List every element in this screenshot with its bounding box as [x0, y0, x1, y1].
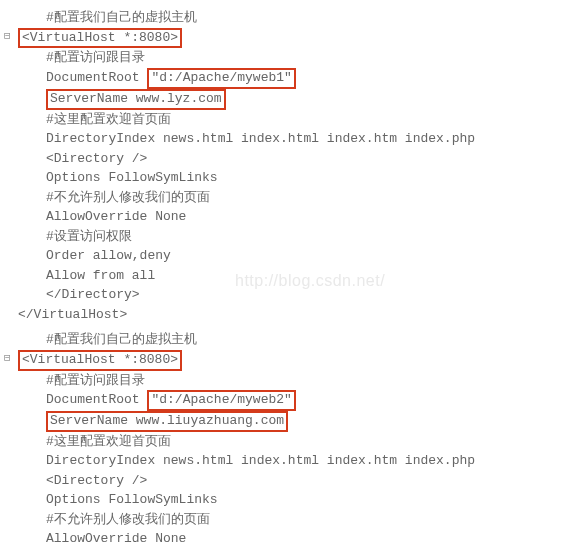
code-line: DocumentRoot "d:/Apache/myweb1": [4, 68, 560, 89]
code-line: DocumentRoot "d:/Apache/myweb2": [4, 390, 560, 411]
code-line: ServerName www.liuyazhuang.com: [4, 411, 560, 432]
code-text: ServerName www.lyz.com: [18, 89, 560, 110]
code-text: Options FollowSymLinks: [18, 168, 560, 188]
code-block-container: #配置我们自己的虚拟主机⊟<VirtualHost *:8080>#配置访问跟目…: [4, 8, 560, 546]
code-line: #这里配置欢迎首页面: [4, 432, 560, 452]
code-text: #不允许别人修改我们的页面: [18, 510, 560, 530]
code-text: Options FollowSymLinks: [18, 490, 560, 510]
code-line: Options FollowSymLinks: [4, 168, 560, 188]
code-line: #不允许别人修改我们的页面: [4, 510, 560, 530]
code-text: <VirtualHost *:8080>: [18, 28, 560, 49]
code-text-prefix: DocumentRoot: [46, 70, 147, 85]
code-text: <VirtualHost *:8080>: [18, 350, 560, 371]
code-line: AllowOverride None: [4, 529, 560, 546]
code-text: #这里配置欢迎首页面: [18, 432, 560, 452]
code-line: </Directory>: [4, 285, 560, 305]
code-line: DirectoryIndex news.html index.html inde…: [4, 451, 560, 471]
code-line: <Directory />: [4, 471, 560, 491]
code-text: #配置我们自己的虚拟主机: [18, 8, 560, 28]
code-text: Order allow,deny: [18, 246, 560, 266]
code-text: Allow from all: [18, 266, 560, 286]
code-text: DocumentRoot "d:/Apache/myweb2": [18, 390, 560, 411]
code-text: <Directory />: [18, 149, 560, 169]
code-text: #配置访问跟目录: [18, 48, 560, 68]
code-line: Order allow,deny: [4, 246, 560, 266]
highlight-box: ServerName www.liuyazhuang.com: [46, 411, 288, 432]
code-line: DirectoryIndex news.html index.html inde…: [4, 129, 560, 149]
code-text: #设置访问权限: [18, 227, 560, 247]
code-text: <Directory />: [18, 471, 560, 491]
code-text: DirectoryIndex news.html index.html inde…: [18, 451, 560, 471]
code-text: AllowOverride None: [18, 529, 560, 546]
code-line: #设置访问权限: [4, 227, 560, 247]
code-text: ServerName www.liuyazhuang.com: [18, 411, 560, 432]
code-line: <Directory />: [4, 149, 560, 169]
fold-gutter[interactable]: ⊟: [4, 350, 18, 367]
code-line: #配置访问跟目录: [4, 48, 560, 68]
code-line: Options FollowSymLinks: [4, 490, 560, 510]
code-line: #不允许别人修改我们的页面: [4, 188, 560, 208]
code-line: Allow from all: [4, 266, 560, 286]
code-text: </VirtualHost>: [18, 305, 560, 325]
code-line: #这里配置欢迎首页面: [4, 110, 560, 130]
highlight-box: ServerName www.lyz.com: [46, 89, 226, 110]
code-line: #配置访问跟目录: [4, 371, 560, 391]
code-text: #配置我们自己的虚拟主机: [18, 330, 560, 350]
highlight-box: <VirtualHost *:8080>: [18, 350, 182, 371]
code-line: ⊟<VirtualHost *:8080>: [4, 28, 560, 49]
code-text: </Directory>: [18, 285, 560, 305]
highlight-box: "d:/Apache/myweb1": [147, 68, 295, 89]
code-line: </VirtualHost>: [4, 305, 560, 325]
code-text: #配置访问跟目录: [18, 371, 560, 391]
code-text: DocumentRoot "d:/Apache/myweb1": [18, 68, 560, 89]
code-line: ⊟<VirtualHost *:8080>: [4, 350, 560, 371]
code-text: DirectoryIndex news.html index.html inde…: [18, 129, 560, 149]
code-line: AllowOverride None: [4, 207, 560, 227]
code-text: #这里配置欢迎首页面: [18, 110, 560, 130]
highlight-box: "d:/Apache/myweb2": [147, 390, 295, 411]
code-text: AllowOverride None: [18, 207, 560, 227]
code-line: ServerName www.lyz.com: [4, 89, 560, 110]
code-text-prefix: DocumentRoot: [46, 392, 147, 407]
fold-gutter[interactable]: ⊟: [4, 28, 18, 45]
code-line: #配置我们自己的虚拟主机: [4, 8, 560, 28]
code-line: #配置我们自己的虚拟主机: [4, 330, 560, 350]
highlight-box: <VirtualHost *:8080>: [18, 28, 182, 49]
code-text: #不允许别人修改我们的页面: [18, 188, 560, 208]
